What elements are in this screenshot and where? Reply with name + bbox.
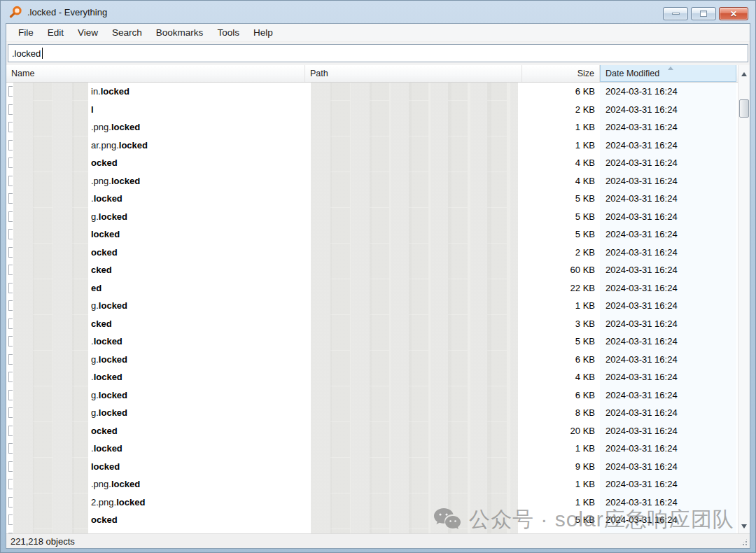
table-row[interactable]: g.locked 6 KB 2024-03-31 16:24 — [6, 351, 738, 369]
table-row[interactable]: ed 22 KB 2024-03-31 16:24 — [6, 279, 738, 298]
minimize-button[interactable] — [663, 7, 688, 20]
table-row[interactable]: .png.locked 1 KB 2024-03-31 16:24 — [6, 118, 738, 136]
redacted-name-block — [13, 386, 88, 405]
maximize-button[interactable] — [691, 7, 716, 20]
file-name: locked — [91, 461, 120, 472]
vertical-scrollbar[interactable] — [738, 83, 750, 533]
table-row[interactable]: ar.png.locked 1 KB 2024-03-31 16:24 — [6, 136, 738, 155]
redacted-path-block — [311, 368, 518, 386]
redacted-path-block — [311, 440, 518, 458]
file-name: .locked — [91, 336, 122, 346]
redacted-path-block — [311, 404, 518, 422]
table-row[interactable]: g.locked 5 KB 2024-03-31 16:24 — [6, 208, 738, 226]
menu-item-search[interactable]: Search — [106, 25, 148, 40]
cell-path — [305, 332, 522, 351]
file-icon — [8, 354, 13, 365]
cell-name: ocked — [6, 422, 305, 440]
titlebar[interactable]: .locked - Everything ✕ — [1, 1, 755, 23]
table-row[interactable]: in.locked 6 KB 2024-03-31 16:24 — [6, 83, 738, 101]
cell-size: 1 KB — [522, 122, 600, 132]
redacted-path-block — [311, 172, 518, 190]
table-row[interactable]: locked 9 KB 2024-03-31 16:24 — [6, 458, 738, 476]
menu-item-view[interactable]: View — [71, 25, 104, 40]
menu-item-edit[interactable]: Edit — [41, 25, 70, 40]
table-row[interactable]: cked 60 KB 2024-03-31 16:24 — [6, 261, 738, 279]
cell-date-modified: 2024-03-31 16:24 — [600, 172, 736, 190]
file-name: g.locked — [91, 300, 127, 311]
cell-name: ar.png.locked — [6, 136, 305, 155]
menu-bar: FileEditViewSearchBookmarksToolsHelp — [6, 24, 750, 42]
redacted-name-block — [13, 154, 88, 172]
search-input[interactable] — [8, 44, 748, 62]
redacted-name-block — [13, 101, 88, 119]
cell-name: ocked — [6, 154, 305, 172]
menu-item-tools[interactable]: Tools — [211, 25, 246, 40]
cell-date-modified: 2024-03-31 16:24 — [600, 422, 736, 440]
redacted-name-block — [13, 190, 88, 208]
file-name: g.locked — [91, 354, 127, 365]
arrow-down-icon — [741, 524, 747, 528]
scroll-down-button[interactable] — [739, 520, 749, 532]
cell-size: 5 KB — [522, 211, 600, 222]
header-path[interactable]: Path — [305, 65, 522, 82]
redacted-path-block — [311, 511, 518, 529]
cell-path — [305, 101, 522, 119]
file-icon — [8, 443, 13, 454]
redacted-name-block — [13, 136, 88, 155]
table-row[interactable]: .png.locked 4 KB 2024-03-31 16:24 — [6, 172, 738, 190]
cell-path — [305, 244, 522, 262]
cell-size: 60 KB — [522, 265, 600, 275]
header-name[interactable]: Name — [6, 65, 305, 82]
redacted-name-block — [13, 351, 88, 369]
header-size[interactable]: Size — [522, 65, 600, 82]
cell-path — [305, 368, 522, 386]
table-row[interactable]: .locked 1 KB 2024-03-31 16:24 — [6, 440, 738, 458]
cell-date-modified: 2024-03-31 16:24 — [600, 458, 736, 476]
table-row[interactable]: 2.png.locked 1 KB 2024-03-31 16:24 — [6, 493, 738, 512]
table-row[interactable]: l 2 KB 2024-03-31 16:24 — [6, 101, 738, 119]
table-row[interactable]: cked 3 KB 2024-03-31 16:24 — [6, 315, 738, 333]
scroll-up-button[interactable] — [738, 65, 750, 83]
table-row[interactable]: locked 5 KB 2024-03-31 16:24 — [6, 225, 738, 244]
redacted-path-block — [311, 208, 518, 226]
cell-name: g.locked — [6, 208, 305, 226]
table-row[interactable]: g.locked 1 KB 2024-03-31 16:24 — [6, 297, 738, 315]
minimize-icon — [672, 13, 680, 15]
cell-size: 1 KB — [522, 479, 600, 489]
cell-path — [305, 458, 522, 476]
cell-path — [305, 386, 522, 405]
redacted-path-block — [311, 244, 518, 262]
results-list-zone: in.locked 6 KB 2024-03-31 16:24 l 2 KB 2… — [6, 83, 750, 533]
cell-path — [305, 493, 522, 512]
file-name: ed — [91, 283, 102, 293]
table-row[interactable]: ocked 4 KB 2024-03-31 16:24 — [6, 154, 738, 172]
file-icon — [8, 211, 13, 222]
menu-item-help[interactable]: Help — [247, 25, 279, 40]
cell-size: 8 KB — [522, 407, 600, 418]
redacted-name-block — [13, 83, 88, 101]
table-row[interactable]: .locked 4 KB 2024-03-31 16:24 — [6, 368, 738, 386]
table-row[interactable]: .locked 5 KB 2024-03-31 16:24 — [6, 190, 738, 208]
resize-grip[interactable] — [739, 538, 748, 547]
table-row[interactable]: ocked 2 KB 2024-03-31 16:24 — [6, 244, 738, 262]
cell-name: g.locked — [6, 404, 305, 422]
table-row[interactable]: ocked 5 KB 2024-03-31 16:24 — [6, 511, 738, 529]
scrollbar-thumb[interactable] — [739, 99, 749, 118]
table-row[interactable]: .locked 5 KB 2024-03-31 16:24 — [6, 332, 738, 351]
table-row[interactable]: g.locked 8 KB 2024-03-31 16:24 — [6, 404, 738, 422]
table-row[interactable]: .png.locked 1 KB 2024-03-31 16:24 — [6, 475, 738, 493]
cell-date-modified: 2024-03-31 16:24 — [600, 440, 736, 458]
redacted-path-block — [311, 83, 518, 101]
redacted-path-block — [311, 225, 518, 244]
header-date-modified[interactable]: Date Modified — [600, 65, 736, 82]
cell-size: 5 KB — [522, 229, 600, 239]
menu-item-file[interactable]: File — [12, 25, 40, 40]
close-button[interactable]: ✕ — [719, 7, 748, 20]
table-row[interactable]: ocked 20 KB 2024-03-31 16:24 — [6, 422, 738, 440]
menu-item-bookmarks[interactable]: Bookmarks — [150, 25, 210, 40]
table-row[interactable]: g.locked 6 KB 2024-03-31 16:24 — [6, 386, 738, 405]
redacted-name-block — [13, 261, 88, 279]
file-name: g.locked — [91, 211, 127, 222]
cell-path — [305, 136, 522, 155]
redacted-name-block — [13, 279, 88, 298]
